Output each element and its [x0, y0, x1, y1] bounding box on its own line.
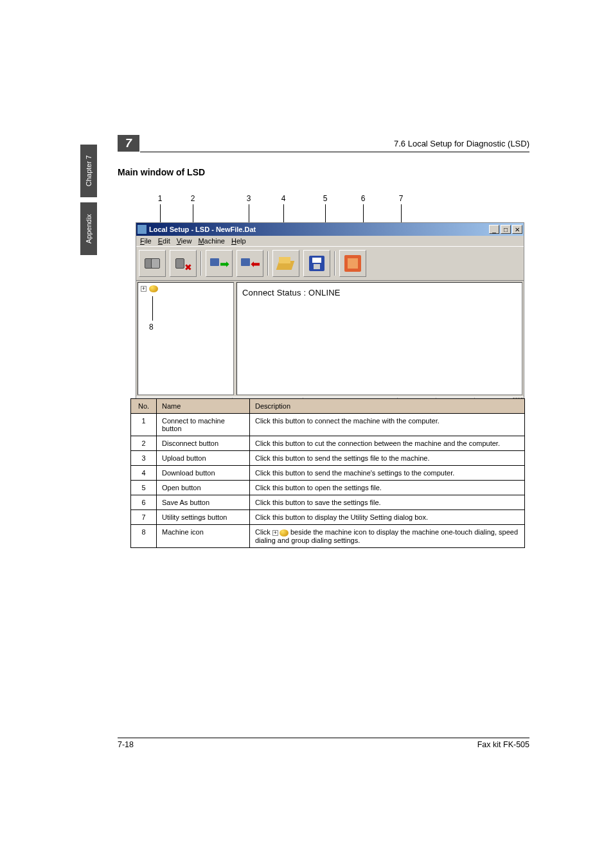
callout-1: 1 [155, 194, 165, 203]
cell-no: 2 [131, 436, 157, 451]
description-table: No. Name Description 1 Connect to machin… [130, 398, 525, 548]
cell-desc: Click this button to save the settings f… [250, 495, 525, 510]
table-row: 8 Machine icon Click + beside the machin… [131, 525, 525, 548]
inline-machine-icon [280, 529, 289, 536]
download-button[interactable] [236, 250, 263, 277]
callout-7: 7 [396, 194, 406, 203]
th-no: No. [131, 399, 157, 414]
cell-desc: Click this button to connect the machine… [250, 414, 525, 436]
cell-no: 3 [131, 451, 157, 466]
cell-name: Connect to machine button [157, 414, 250, 436]
callout-labels: 1 2 3 4 5 6 7 [143, 194, 531, 220]
app-icon [138, 225, 147, 234]
save-disk-icon [309, 256, 324, 271]
cell-name: Download button [157, 466, 250, 481]
open-button[interactable] [272, 250, 299, 277]
cell-no: 6 [131, 495, 157, 510]
menu-help[interactable]: Help [231, 237, 246, 245]
cell-desc: Click this button to cut the connection … [250, 436, 525, 451]
open-folder-icon [278, 257, 294, 270]
sidebar-tab-chapter: Chapter 7 [80, 145, 97, 197]
utility-settings-button[interactable] [339, 250, 366, 277]
cell-desc: Click this button to open the settings f… [250, 481, 525, 495]
cell-no: 5 [131, 481, 157, 495]
cell-desc: Click this button to send the machine's … [250, 466, 525, 481]
cell-no: 4 [131, 466, 157, 481]
upload-icon [210, 257, 228, 270]
window-titlebar[interactable]: Local Setup - LSD - NewFile.Dat _ □ ✕ [136, 223, 524, 236]
toolbar-separator [267, 251, 269, 276]
window-title: Local Setup - LSD - NewFile.Dat [149, 226, 489, 233]
table-row: 1 Connect to machine button Click this b… [131, 414, 525, 436]
callout-4: 4 [278, 194, 289, 203]
toolbar-separator [334, 251, 335, 276]
sidebar-tab-appendix: Appendix [80, 202, 97, 255]
disconnect-button[interactable] [170, 250, 197, 277]
disconnect-icon [174, 254, 192, 272]
table-row: 6 Save As button Click this button to sa… [131, 495, 525, 510]
cell-desc-pre: Click [255, 528, 272, 536]
th-name: Name [157, 399, 250, 414]
content-pane: Connect Status : ONLINE [236, 282, 522, 395]
callout-8: 8 [149, 323, 154, 332]
page-number: 7-18 [118, 740, 134, 749]
cell-desc: Click + beside the machine icon to displ… [250, 525, 525, 548]
section-heading: Main window of LSD [118, 167, 205, 177]
minimize-button[interactable]: _ [489, 225, 499, 234]
menu-file[interactable]: File [140, 237, 152, 245]
cell-no: 7 [131, 510, 157, 525]
inline-expander-icon: + [272, 530, 278, 536]
machine-icon[interactable] [149, 285, 158, 292]
cell-name: Open button [157, 481, 250, 495]
product-name: Fax kit FK-505 [477, 740, 529, 749]
close-button[interactable]: ✕ [512, 225, 522, 234]
lsd-app-window: Local Setup - LSD - NewFile.Dat _ □ ✕ Fi… [136, 222, 524, 410]
cell-name: Machine icon [157, 525, 250, 548]
upload-button[interactable] [206, 250, 233, 277]
tree-root-node[interactable]: + [141, 285, 231, 292]
connect-icon [143, 254, 161, 272]
connect-button[interactable] [139, 250, 166, 277]
cell-desc-post: beside the machine icon to display the m… [255, 528, 518, 544]
save-as-button[interactable] [303, 250, 330, 277]
section-breadcrumb: 7.6 Local Setup for Diagnostic (LSD) [394, 139, 529, 148]
menu-edit[interactable]: Edit [158, 237, 170, 245]
toolbar [136, 246, 524, 281]
menu-view[interactable]: View [177, 237, 192, 245]
table-row: 2 Disconnect button Click this button to… [131, 436, 525, 451]
table-row: 4 Download button Click this button to s… [131, 466, 525, 481]
cell-name: Disconnect button [157, 436, 250, 451]
footer-rule [118, 738, 529, 738]
table-row: 5 Open button Click this button to open … [131, 481, 525, 495]
utility-icon [344, 255, 361, 272]
callout-8-leader [152, 296, 153, 321]
cell-name: Utility settings button [157, 510, 250, 525]
connect-status-text: Connect Status : ONLINE [242, 288, 341, 297]
maximize-button[interactable]: □ [501, 225, 511, 234]
callout-5: 5 [320, 194, 330, 203]
callout-2: 2 [188, 194, 198, 203]
cell-desc: Click this button to send the settings f… [250, 451, 525, 466]
callout-3: 3 [244, 194, 254, 203]
page-footer: 7-18 Fax kit FK-505 [118, 738, 529, 749]
table-row: 7 Utility settings button Click this but… [131, 510, 525, 525]
cell-no: 1 [131, 414, 157, 436]
callout-6: 6 [358, 194, 368, 203]
toolbar-separator [200, 251, 202, 276]
th-desc: Description [250, 399, 525, 414]
cell-name: Save As button [157, 495, 250, 510]
header-rule [140, 152, 529, 152]
cell-no: 8 [131, 525, 157, 548]
download-icon [241, 257, 259, 270]
table-row: 3 Upload button Click this button to sen… [131, 451, 525, 466]
cell-name: Upload button [157, 451, 250, 466]
cell-desc: Click this button to display the Utility… [250, 510, 525, 525]
tree-expander-icon[interactable]: + [141, 286, 147, 292]
menu-machine[interactable]: Machine [198, 237, 225, 245]
menu-bar: File Edit View Machine Help [136, 236, 524, 246]
chapter-number-badge: 7 [118, 135, 139, 152]
